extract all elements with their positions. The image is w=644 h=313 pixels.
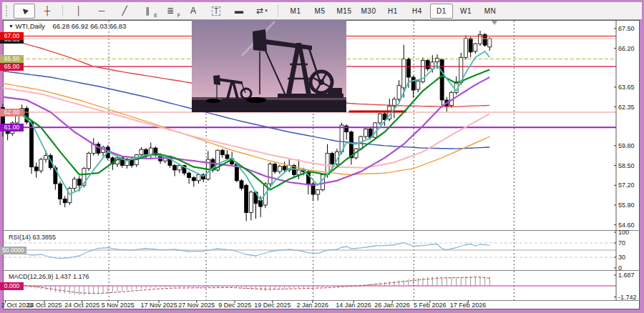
- chart-title: ▼ WTI,Daily 66.28 66.92 66.03 66.83: [9, 22, 126, 30]
- date-axis-tick-label: 9 Dec 2025: [218, 302, 251, 309]
- date-axis-tick-label: 2 Jan 2026: [296, 302, 328, 309]
- rsi-axis-tick-label: 70: [618, 239, 625, 247]
- price-axis-tick-label: 63.65: [618, 84, 635, 91]
- level-badge-61.00: 61.00: [0, 124, 24, 131]
- chart-symbol: WTI,Daily: [16, 22, 45, 30]
- date-axis-tick-label: 17 Feb 2026: [450, 302, 487, 309]
- date-axis-tick-label: 24 Oct 2025: [64, 302, 99, 309]
- date-axis-tick-label: 19 Dec 2025: [254, 302, 291, 309]
- chart-canvas[interactable]: [0, 0, 644, 313]
- rsi-axis-tick-label: 100: [618, 229, 629, 236]
- price-axis-tick-label: 66.20: [618, 45, 635, 52]
- chart-ohlc-values: 66.28 66.92 66.03 66.83: [52, 22, 126, 30]
- price-axis-tick-label: 58.50: [618, 162, 635, 169]
- price-axis-tick-label: 54.60: [618, 222, 635, 229]
- price-axis-tick-label: 59.80: [618, 142, 635, 149]
- level-badge-65.50: 65.50: [0, 55, 24, 63]
- date-axis-tick-label: 14 Oct 2025: [27, 302, 62, 309]
- rsi-axis-tick-label: 30: [618, 254, 625, 261]
- level-badge-65.00: 65.00: [0, 63, 24, 71]
- price-axis-tick-label: 55.90: [618, 202, 635, 209]
- chart-collapse-caret-icon[interactable]: ▼: [9, 24, 14, 29]
- date-axis-tick-label: 17 Nov 2025: [141, 302, 177, 309]
- price-axis-tick-label: 62.35: [618, 104, 635, 111]
- date-axis-tick-label: 26 Jan 2026: [374, 302, 410, 309]
- rsi-label: RSI(14) 63.3855: [9, 234, 56, 241]
- level-badge-67.00: 67.00: [0, 32, 24, 40]
- macd-axis-tick-label: 1.687: [618, 272, 635, 279]
- macd-axis-tick-label: -1.742: [618, 294, 637, 301]
- price-axis-tick-label: 57.20: [618, 182, 635, 189]
- macd-zero-badge: 0.000: [0, 282, 24, 290]
- date-axis-tick-label: 5 Feb 2026: [414, 302, 447, 309]
- rsi-axis-tick-label: 0: [618, 264, 622, 272]
- date-axis-tick-label: 5 Nov 2025: [102, 302, 135, 309]
- level-badge-62.00: 62.00: [0, 109, 24, 116]
- date-axis-tick-label: 14 Jan 2026: [336, 302, 371, 309]
- embedded-photo-oil-pumpjacks: [192, 20, 346, 112]
- macd-label: MACD(12,26,9) 1.437 1.176: [9, 273, 89, 280]
- rsi-mid-badge: 50.0000: [0, 247, 26, 254]
- price-axis-tick-label: 67.50: [618, 25, 635, 32]
- date-axis-tick-label: 27 Nov 2025: [178, 302, 215, 309]
